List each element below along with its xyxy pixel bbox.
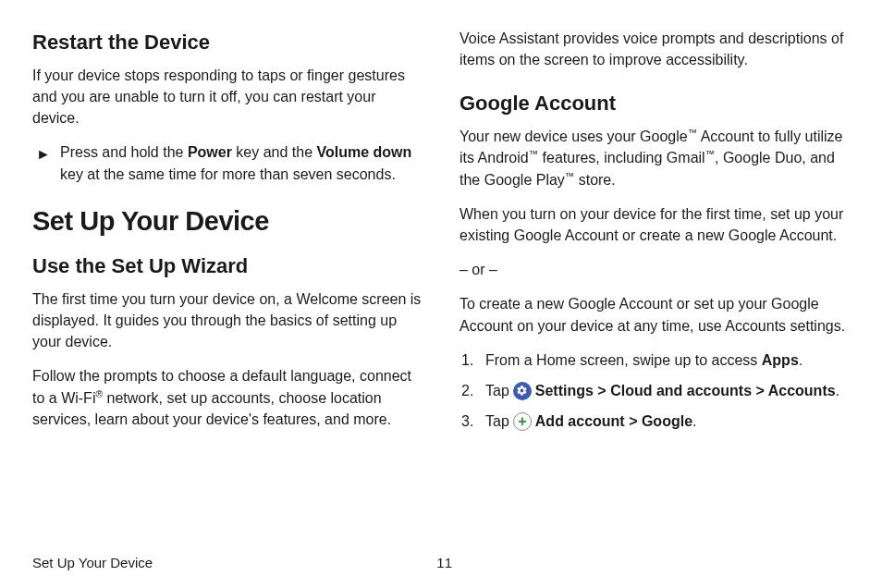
bold-add-account: Add account	[535, 413, 625, 429]
bold-power: Power	[188, 144, 232, 160]
sup-tm: ™	[529, 149, 538, 159]
sup-tm: ™	[705, 149, 715, 159]
settings-icon	[513, 382, 532, 400]
paragraph-voice: Voice Assistant provides voice prompts a…	[459, 28, 850, 70]
text: Your new device uses your Google	[459, 129, 688, 144]
paragraph-restart: If your device stops responding to taps …	[32, 65, 423, 129]
text: key and the	[232, 144, 317, 160]
bold-accounts: Accounts	[768, 383, 836, 398]
step-body: Tap + Add account > Google.	[485, 410, 850, 432]
bold-apps: Apps	[762, 352, 799, 368]
bullet-marker-icon: ►	[36, 141, 53, 184]
footer-page-number: 11	[436, 553, 452, 573]
text: Tap	[485, 410, 509, 432]
heading-restart: Restart the Device	[32, 28, 423, 57]
bold-google: Google	[642, 413, 692, 429]
chevron-right: >	[594, 383, 610, 398]
plus-icon: +	[513, 412, 532, 431]
paragraph-google-1: Your new device uses your Google™ Accoun…	[459, 126, 850, 190]
text: key at the same time for more than seven…	[60, 166, 396, 182]
step-number: 2.	[461, 380, 480, 401]
right-column: Voice Assistant provides voice prompts a…	[459, 28, 850, 536]
heading-wizard: Use the Set Up Wizard	[32, 251, 423, 281]
text: Press and hold the	[60, 144, 188, 160]
footer-section: Set Up Your Device	[32, 553, 153, 573]
step-2: 2. Tap Settings > Cloud and accounts > A…	[459, 380, 850, 401]
text: .	[692, 413, 696, 429]
step-3: 3. Tap + Add account > Google.	[459, 410, 850, 432]
step-body: From a Home screen, swipe up to access A…	[485, 349, 850, 371]
bold-volume-down: Volume down	[317, 144, 412, 160]
page-footer: Set Up Your Device 11	[32, 553, 850, 573]
paragraph-wizard-2: Follow the prompts to choose a default l…	[32, 365, 423, 430]
step-1: 1. From a Home screen, swipe up to acces…	[459, 349, 850, 371]
chevron-right: >	[752, 383, 768, 398]
paragraph-google-3: To create a new Google Account or set up…	[459, 293, 850, 336]
chevron-right: >	[625, 413, 642, 429]
sup-registered: ®	[95, 388, 103, 398]
text: features, including Gmail	[538, 150, 705, 165]
bullet-body: Press and hold the Power key and the Vol…	[60, 141, 423, 184]
paragraph-wizard-1: The first time you turn your device on, …	[32, 288, 423, 353]
heading-setup: Set Up Your Device	[32, 202, 423, 240]
text: From a Home screen, swipe up to access	[485, 352, 762, 368]
bold-cloud: Cloud and accounts	[610, 383, 752, 398]
text: store.	[574, 172, 615, 188]
step-body: Tap Settings > Cloud and accounts > Acco…	[485, 380, 850, 401]
sup-tm: ™	[688, 128, 697, 138]
bold-settings: Settings	[535, 383, 594, 398]
text: .	[799, 352, 802, 368]
paragraph-google-2: When you turn on your device for the fir…	[459, 203, 850, 246]
bullet-restart-step: ► Press and hold the Power key and the V…	[32, 141, 423, 184]
heading-google: Google Account	[459, 89, 850, 118]
step-number: 1.	[461, 349, 480, 371]
step-number: 3.	[461, 410, 480, 432]
text: .	[836, 383, 839, 398]
paragraph-or: – or –	[459, 259, 850, 280]
left-column: Restart the Device If your device stops …	[32, 28, 423, 536]
sup-tm: ™	[565, 170, 574, 180]
text: Tap	[485, 380, 509, 401]
